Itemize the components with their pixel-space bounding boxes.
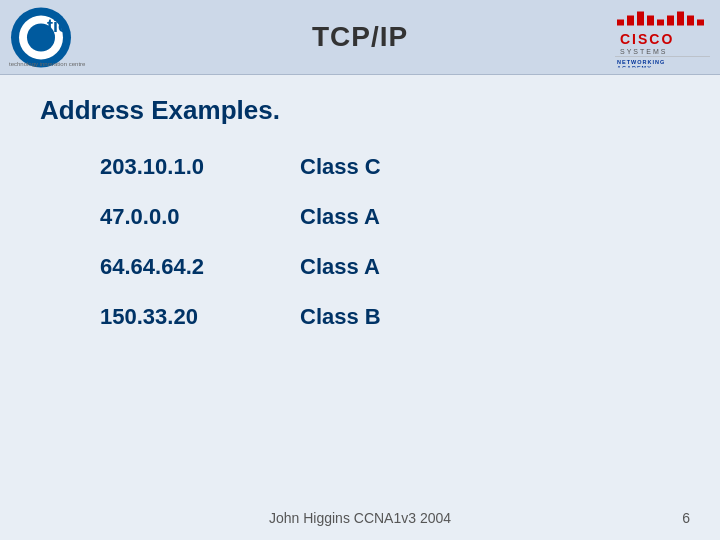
footer: John Higgins CCNA1v3 2004 6 xyxy=(0,500,720,540)
class-label-2: Class A xyxy=(300,204,420,230)
ip-address-2: 47.0.0.0 xyxy=(100,204,300,230)
class-label-4: Class B xyxy=(300,304,420,330)
class-label-1: Class C xyxy=(300,154,420,180)
svg-rect-8 xyxy=(647,15,654,25)
ip-address-4: 150.33.20 xyxy=(100,304,300,330)
svg-text:ACADEMY: ACADEMY xyxy=(617,64,652,67)
header-bar: tic technology innovation centre TCP/IP … xyxy=(0,0,720,75)
class-label-3: Class A xyxy=(300,254,420,280)
slide-title: TCP/IP xyxy=(312,21,408,53)
otic-logo-image: tic technology innovation centre xyxy=(9,6,117,69)
ip-address-1: 203.10.1.0 xyxy=(100,154,300,180)
svg-text:technology innovation centre: technology innovation centre xyxy=(9,61,86,67)
svg-text:tic: tic xyxy=(47,16,68,36)
svg-rect-13 xyxy=(697,19,704,25)
examples-table: 203.10.1.0 Class C 47.0.0.0 Class A 64.6… xyxy=(100,144,680,340)
footer-credit: John Higgins CCNA1v3 2004 xyxy=(269,510,451,526)
slide: tic technology innovation centre TCP/IP … xyxy=(0,0,720,540)
svg-text:CISCO: CISCO xyxy=(620,30,674,46)
table-row: 47.0.0.0 Class A xyxy=(100,194,680,240)
table-row: 203.10.1.0 Class C xyxy=(100,144,680,190)
logo-right: CISCO SYSTEMS NETWORKING ACADEMY xyxy=(612,5,712,70)
main-content: Address Examples. 203.10.1.0 Class C 47.… xyxy=(0,75,720,500)
svg-rect-9 xyxy=(657,19,664,25)
logo-left: tic technology innovation centre xyxy=(8,5,118,70)
svg-text:SYSTEMS: SYSTEMS xyxy=(620,47,667,54)
svg-rect-7 xyxy=(637,11,644,25)
svg-rect-10 xyxy=(667,15,674,25)
svg-rect-6 xyxy=(627,15,634,25)
svg-rect-12 xyxy=(687,15,694,25)
table-row: 64.64.64.2 Class A xyxy=(100,244,680,290)
svg-rect-5 xyxy=(617,19,624,25)
svg-rect-11 xyxy=(677,11,684,25)
table-row: 150.33.20 Class B xyxy=(100,294,680,340)
section-title: Address Examples. xyxy=(40,95,680,126)
cisco-logo-image: CISCO SYSTEMS NETWORKING ACADEMY xyxy=(615,7,710,67)
page-number: 6 xyxy=(682,510,690,526)
ip-address-3: 64.64.64.2 xyxy=(100,254,300,280)
